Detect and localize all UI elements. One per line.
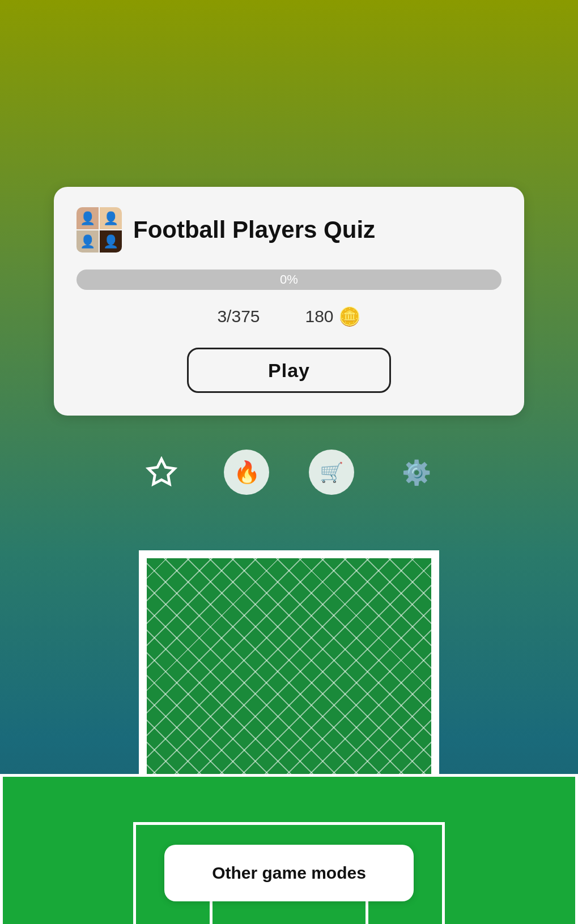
fire-icon: 🔥 — [233, 460, 260, 485]
player-face-1: 👤 — [76, 207, 99, 229]
play-button[interactable]: Play — [187, 348, 391, 393]
favorites-button[interactable] — [139, 450, 184, 495]
quiz-card: 👤 👤 👤 👤 Football Players Quiz 0% 3/375 1… — [54, 187, 524, 416]
player-face-2: 👤 — [100, 207, 122, 229]
settings-button[interactable]: ⚙️ — [394, 450, 439, 495]
progress-bar: 0% — [76, 270, 502, 290]
shop-button[interactable]: 🛒 — [309, 450, 354, 495]
cart-icon: 🛒 — [320, 461, 343, 484]
svg-marker-0 — [148, 459, 175, 484]
quiz-header: 👤 👤 👤 👤 Football Players Quiz — [76, 207, 502, 253]
progress-percent: 0% — [280, 272, 298, 287]
icon-row: 🔥 🛒 ⚙️ — [139, 450, 439, 495]
quiz-count: 3/375 — [217, 306, 260, 327]
other-game-modes-button[interactable]: Other game modes — [164, 845, 414, 901]
quiz-coins: 180 🪙 — [305, 306, 361, 327]
main-content: 👤 👤 👤 👤 Football Players Quiz 0% 3/375 1… — [0, 0, 578, 924]
quiz-stats: 3/375 180 🪙 — [76, 306, 502, 327]
coins-value: 180 — [305, 307, 334, 326]
coins-icon: 🪙 — [338, 306, 361, 327]
quiz-title: Football Players Quiz — [133, 216, 375, 243]
quiz-icon: 👤 👤 👤 👤 — [76, 207, 122, 253]
player-face-3: 👤 — [76, 230, 99, 253]
player-face-4: 👤 — [100, 230, 122, 253]
gear-icon: ⚙️ — [402, 459, 431, 486]
hot-button[interactable]: 🔥 — [224, 450, 269, 495]
